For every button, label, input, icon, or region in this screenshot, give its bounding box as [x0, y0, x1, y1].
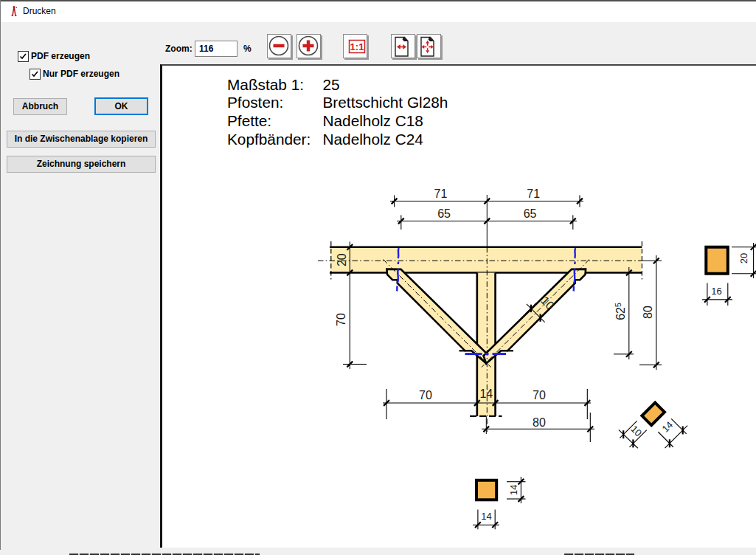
svg-text:14: 14 — [508, 485, 519, 495]
svg-text:70: 70 — [335, 313, 347, 326]
svg-text:14: 14 — [481, 511, 491, 522]
svg-text:20: 20 — [336, 253, 348, 266]
svg-text:65: 65 — [437, 207, 451, 220]
svg-text:71: 71 — [434, 187, 448, 200]
svg-text:70: 70 — [419, 389, 432, 401]
svg-text:10: 10 — [628, 423, 644, 438]
svg-text:65: 65 — [524, 207, 537, 220]
svg-text:14: 14 — [479, 387, 493, 400]
svg-text:14: 14 — [659, 419, 675, 435]
svg-text:20: 20 — [738, 253, 749, 263]
svg-text:80: 80 — [642, 306, 654, 319]
svg-text:71: 71 — [527, 187, 540, 200]
svg-text:625: 625 — [614, 303, 627, 320]
svg-text:80: 80 — [533, 416, 546, 429]
svg-text:70: 70 — [533, 389, 546, 401]
svg-text:16: 16 — [711, 286, 721, 297]
